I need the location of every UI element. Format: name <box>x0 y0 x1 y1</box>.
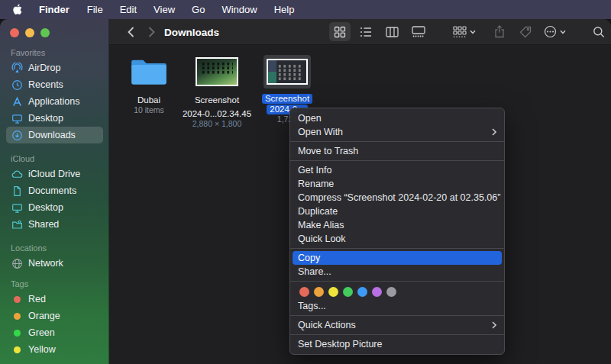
sidebar-item-downloads[interactable]: Downloads <box>6 127 103 143</box>
submenu-chevron-icon <box>492 321 496 329</box>
menu-item-make-alias[interactable]: Make Alias <box>293 218 502 232</box>
menu-separator <box>290 281 504 282</box>
sidebar-item-label: Orange <box>28 311 60 321</box>
sidebar-item-shared[interactable]: Shared <box>6 216 103 233</box>
red-tag-icon <box>11 293 23 305</box>
menubar-item-file[interactable]: File <box>79 0 112 19</box>
menu-separator <box>290 141 504 142</box>
cloud-icon <box>11 168 23 180</box>
zoom-button[interactable] <box>40 28 50 37</box>
menu-item-set-desktop-picture[interactable]: Set Desktop Picture <box>293 337 502 351</box>
downloads-icon <box>11 129 23 141</box>
menubar-item-go[interactable]: Go <box>183 0 213 19</box>
section-label: iCloud <box>6 154 103 166</box>
back-button[interactable] <box>123 22 138 41</box>
sidebar-section-icloud: iCloud iCloud Drive Documents <box>6 154 103 233</box>
menu-item-tags[interactable]: Tags... <box>293 299 502 313</box>
yellow-tag-swatch[interactable] <box>328 287 338 297</box>
sidebar-item-label: Desktop <box>28 113 63 124</box>
file-name-selected: Screenshot <box>252 94 322 104</box>
grid-view-button[interactable] <box>329 22 351 41</box>
file-name: Screenshot <box>182 95 252 105</box>
file-name-line2: 2024-0...02.34.45 <box>182 109 252 119</box>
gallery-view-button[interactable] <box>407 22 430 41</box>
sidebar-item-documents[interactable]: Documents <box>6 182 103 199</box>
file-dimensions: 2,880 × 1,800 <box>182 119 252 129</box>
sidebar-item-label: Yellow <box>28 344 56 355</box>
blue-tag-swatch[interactable] <box>357 287 367 297</box>
menubar-item-window[interactable]: Window <box>213 0 265 19</box>
sidebar-item-icloud-desktop[interactable]: Desktop <box>6 199 103 216</box>
apple-menu[interactable] <box>9 4 30 15</box>
forward-button[interactable] <box>144 22 159 41</box>
file-screenshot-1[interactable]: Screenshot 2024-0...02.34.45 2,880 × 1,8… <box>182 52 252 129</box>
menu-item-quick-actions[interactable]: Quick Actions <box>293 318 502 332</box>
clock-icon <box>11 79 23 91</box>
globe-icon <box>11 257 23 269</box>
sidebar-item-icloud-drive[interactable]: iCloud Drive <box>6 166 103 182</box>
desktop-icon <box>11 112 23 124</box>
menubar-item-edit[interactable]: Edit <box>112 0 145 19</box>
section-label: Tags <box>6 279 103 291</box>
sidebar-item-label: Documents <box>28 185 76 196</box>
desktop-icon <box>11 201 23 214</box>
sidebar-item-airdrop[interactable]: AirDrop <box>6 60 103 76</box>
menu-item-compress[interactable]: Compress “Screenshot 2024-02-20 at 02.35… <box>293 191 502 205</box>
menu-item-duplicate[interactable]: Duplicate <box>293 205 502 218</box>
file-dubai-folder[interactable]: Dubai 10 items <box>114 52 184 115</box>
screenshot-thumbnail <box>196 57 238 86</box>
sidebar: Favorites AirDrop Recents <box>0 19 109 364</box>
sidebar-section-tags: Tags Red Orange Green Yellow <box>6 279 103 358</box>
sidebar-item-network[interactable]: Network <box>6 255 103 272</box>
sidebar-item-applications[interactable]: Applications <box>6 93 103 110</box>
purple-tag-swatch[interactable] <box>372 287 382 297</box>
more-actions-button[interactable] <box>539 22 570 41</box>
sidebar-item-tag-red[interactable]: Red <box>6 291 103 308</box>
menu-item-get-info[interactable]: Get Info <box>293 163 502 177</box>
orange-tag-swatch[interactable] <box>314 287 324 297</box>
screen: Finder File Edit View Go Window Help Fav… <box>0 0 611 364</box>
orange-tag-icon <box>11 310 23 322</box>
menu-item-move-to-trash[interactable]: Move to Trash <box>293 144 502 158</box>
menubar-item-help[interactable]: Help <box>266 0 303 19</box>
sidebar-section-locations: Locations Network <box>6 243 103 272</box>
menu-item-open-with[interactable]: Open With <box>293 125 502 139</box>
green-tag-swatch[interactable] <box>343 287 353 297</box>
sidebar-item-tag-orange[interactable]: Orange <box>6 308 103 324</box>
minimize-button[interactable] <box>25 28 34 37</box>
red-tag-swatch[interactable] <box>299 287 309 297</box>
menu-item-open[interactable]: Open <box>293 111 502 125</box>
folder-icon <box>130 56 168 87</box>
column-view-button[interactable] <box>381 22 402 41</box>
context-menu: Open Open With Move to Trash Get Info Re… <box>289 108 505 355</box>
sidebar-item-tag-green[interactable]: Green <box>6 324 103 341</box>
submenu-chevron-icon <box>492 128 496 136</box>
sidebar-item-desktop[interactable]: Desktop <box>6 110 103 127</box>
sidebar-item-label: Desktop <box>28 202 63 213</box>
sidebar-item-label: Recents <box>28 79 63 90</box>
gray-tag-swatch[interactable] <box>386 287 396 297</box>
search-button[interactable] <box>589 22 609 41</box>
share-button[interactable] <box>490 22 509 41</box>
sidebar-item-recents[interactable]: Recents <box>6 76 103 93</box>
group-by-button[interactable] <box>449 22 480 41</box>
menu-item-copy[interactable]: Copy <box>293 251 502 265</box>
section-label: Locations <box>6 243 103 255</box>
close-button[interactable] <box>10 28 19 37</box>
sidebar-item-tag-yellow[interactable]: Yellow <box>6 341 103 358</box>
section-label: Favorites <box>6 48 103 60</box>
menu-item-share[interactable]: Share... <box>293 265 502 279</box>
sidebar-item-label: Red <box>28 294 46 304</box>
finder-window: Favorites AirDrop Recents <box>0 19 611 364</box>
tag-color-row <box>290 284 504 299</box>
menu-item-rename[interactable]: Rename <box>293 177 502 191</box>
menubar-item-finder[interactable]: Finder <box>30 0 79 19</box>
chevron-down-icon <box>560 30 566 34</box>
tag-button[interactable] <box>516 22 535 41</box>
file-name: Dubai <box>114 95 184 105</box>
list-view-button[interactable] <box>355 22 377 41</box>
menu-item-quick-look[interactable]: Quick Look <box>293 232 502 246</box>
sidebar-section-favorites: Favorites AirDrop Recents <box>6 48 103 143</box>
sidebar-item-label: iCloud Drive <box>28 169 80 179</box>
menubar-item-view[interactable]: View <box>145 0 183 19</box>
